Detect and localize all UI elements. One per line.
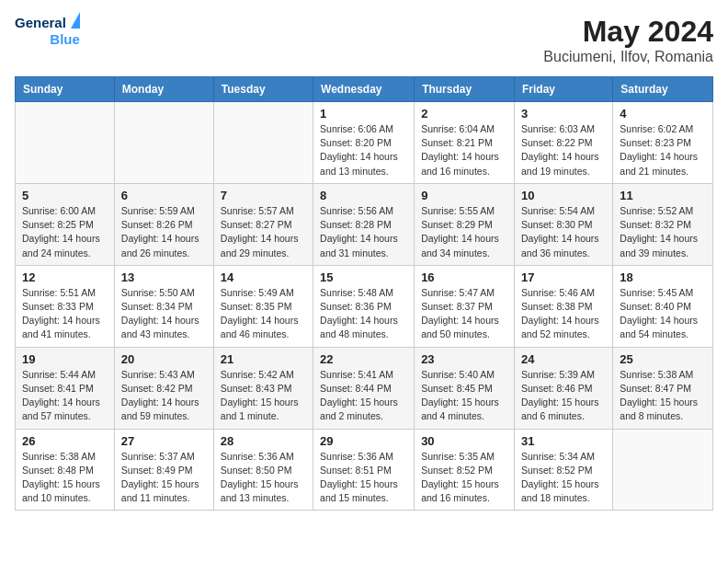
- calendar-cell: 13Sunrise: 5:50 AMSunset: 8:34 PMDayligh…: [114, 265, 213, 347]
- day-number: 8: [320, 189, 407, 202]
- weekday-header-thursday: Thursday: [415, 77, 515, 102]
- day-number: 21: [221, 352, 306, 366]
- day-number: 14: [221, 270, 306, 284]
- day-number: 13: [121, 270, 207, 284]
- day-detail: Sunrise: 5:39 AMSunset: 8:46 PMDaylight:…: [521, 368, 606, 424]
- day-detail: Sunrise: 6:00 AMSunset: 8:25 PMDaylight:…: [22, 204, 108, 260]
- calendar-cell: 25Sunrise: 5:38 AMSunset: 8:47 PMDayligh…: [613, 347, 713, 429]
- day-detail: Sunrise: 6:03 AMSunset: 8:22 PMDaylight:…: [521, 122, 606, 178]
- calendar-cell: 18Sunrise: 5:45 AMSunset: 8:40 PMDayligh…: [613, 265, 713, 347]
- day-detail: Sunrise: 5:38 AMSunset: 8:48 PMDaylight:…: [22, 450, 108, 506]
- calendar-week-row: 26Sunrise: 5:38 AMSunset: 8:48 PMDayligh…: [16, 429, 713, 511]
- day-number: 11: [620, 189, 706, 202]
- day-detail: Sunrise: 5:54 AMSunset: 8:30 PMDaylight:…: [521, 204, 606, 260]
- calendar-cell: 30Sunrise: 5:35 AMSunset: 8:52 PMDayligh…: [415, 429, 515, 511]
- day-detail: Sunrise: 5:48 AMSunset: 8:36 PMDaylight:…: [320, 286, 407, 342]
- calendar-header-row: SundayMondayTuesdayWednesdayThursdayFrid…: [16, 77, 713, 102]
- weekday-header-tuesday: Tuesday: [213, 77, 313, 102]
- day-number: 18: [620, 270, 706, 284]
- calendar-week-row: 1Sunrise: 6:06 AMSunset: 8:20 PMDaylight…: [16, 102, 713, 184]
- calendar-cell: 2Sunrise: 6:04 AMSunset: 8:21 PMDaylight…: [415, 102, 515, 184]
- day-detail: Sunrise: 5:42 AMSunset: 8:43 PMDaylight:…: [221, 368, 306, 424]
- calendar-table: SundayMondayTuesdayWednesdayThursdayFrid…: [15, 76, 713, 511]
- day-detail: Sunrise: 6:06 AMSunset: 8:20 PMDaylight:…: [320, 122, 407, 178]
- title-block: May 2024 Buciumeni, Ilfov, Romania: [543, 15, 713, 65]
- day-number: 10: [521, 189, 606, 202]
- calendar-cell: 31Sunrise: 5:34 AMSunset: 8:52 PMDayligh…: [514, 429, 612, 511]
- weekday-header-sunday: Sunday: [16, 77, 115, 102]
- calendar-cell: 20Sunrise: 5:43 AMSunset: 8:42 PMDayligh…: [114, 347, 213, 429]
- calendar-cell: 19Sunrise: 5:44 AMSunset: 8:41 PMDayligh…: [16, 347, 115, 429]
- calendar-cell: 28Sunrise: 5:36 AMSunset: 8:50 PMDayligh…: [213, 429, 313, 511]
- calendar-week-row: 5Sunrise: 6:00 AMSunset: 8:25 PMDaylight…: [16, 183, 713, 265]
- day-number: 22: [320, 352, 407, 366]
- day-number: 28: [221, 434, 306, 448]
- calendar-cell: 7Sunrise: 5:57 AMSunset: 8:27 PMDaylight…: [213, 183, 313, 265]
- weekday-header-monday: Monday: [114, 77, 213, 102]
- day-detail: Sunrise: 5:49 AMSunset: 8:35 PMDaylight:…: [221, 286, 306, 342]
- day-number: 23: [421, 352, 507, 366]
- day-number: 6: [121, 189, 207, 202]
- calendar-cell: 29Sunrise: 5:36 AMSunset: 8:51 PMDayligh…: [313, 429, 415, 511]
- weekday-header-saturday: Saturday: [613, 77, 713, 102]
- calendar-week-row: 12Sunrise: 5:51 AMSunset: 8:33 PMDayligh…: [16, 265, 713, 347]
- day-number: 31: [521, 434, 606, 448]
- calendar-cell: [114, 102, 213, 184]
- day-number: 12: [22, 270, 108, 284]
- calendar-cell: 26Sunrise: 5:38 AMSunset: 8:48 PMDayligh…: [16, 429, 115, 511]
- calendar-cell: 14Sunrise: 5:49 AMSunset: 8:35 PMDayligh…: [213, 265, 313, 347]
- logo: General Blue: [15, 15, 80, 48]
- day-number: 25: [620, 352, 706, 366]
- calendar-week-row: 19Sunrise: 5:44 AMSunset: 8:41 PMDayligh…: [16, 347, 713, 429]
- day-number: 30: [421, 434, 507, 448]
- day-detail: Sunrise: 5:45 AMSunset: 8:40 PMDaylight:…: [620, 286, 706, 342]
- day-number: 7: [221, 189, 306, 202]
- day-detail: Sunrise: 5:46 AMSunset: 8:38 PMDaylight:…: [521, 286, 606, 342]
- day-number: 3: [521, 107, 606, 121]
- day-number: 24: [521, 352, 606, 366]
- day-number: 27: [121, 434, 207, 448]
- weekday-header-friday: Friday: [514, 77, 612, 102]
- day-detail: Sunrise: 5:35 AMSunset: 8:52 PMDaylight:…: [421, 450, 507, 506]
- calendar-cell: 11Sunrise: 5:52 AMSunset: 8:32 PMDayligh…: [613, 183, 713, 265]
- calendar-cell: 5Sunrise: 6:00 AMSunset: 8:25 PMDaylight…: [16, 183, 115, 265]
- day-detail: Sunrise: 5:44 AMSunset: 8:41 PMDaylight:…: [22, 368, 108, 424]
- page-header: General Blue May 2024 Buciumeni, Ilfov, …: [15, 15, 713, 65]
- day-detail: Sunrise: 5:59 AMSunset: 8:26 PMDaylight:…: [121, 204, 207, 260]
- day-number: 15: [320, 270, 407, 284]
- calendar-cell: 4Sunrise: 6:02 AMSunset: 8:23 PMDaylight…: [613, 102, 713, 184]
- day-detail: Sunrise: 5:36 AMSunset: 8:51 PMDaylight:…: [320, 450, 407, 506]
- calendar-cell: 23Sunrise: 5:40 AMSunset: 8:45 PMDayligh…: [415, 347, 515, 429]
- day-detail: Sunrise: 5:38 AMSunset: 8:47 PMDaylight:…: [620, 368, 706, 424]
- day-detail: Sunrise: 5:37 AMSunset: 8:49 PMDaylight:…: [121, 450, 207, 506]
- day-number: 1: [320, 107, 407, 121]
- day-number: 26: [22, 434, 108, 448]
- day-detail: Sunrise: 5:34 AMSunset: 8:52 PMDaylight:…: [521, 450, 606, 506]
- day-detail: Sunrise: 5:50 AMSunset: 8:34 PMDaylight:…: [121, 286, 207, 342]
- day-detail: Sunrise: 5:41 AMSunset: 8:44 PMDaylight:…: [320, 368, 407, 424]
- calendar-subtitle: Buciumeni, Ilfov, Romania: [543, 49, 713, 65]
- calendar-cell: 27Sunrise: 5:37 AMSunset: 8:49 PMDayligh…: [114, 429, 213, 511]
- calendar-cell: 10Sunrise: 5:54 AMSunset: 8:30 PMDayligh…: [514, 183, 612, 265]
- calendar-cell: 16Sunrise: 5:47 AMSunset: 8:37 PMDayligh…: [415, 265, 515, 347]
- day-detail: Sunrise: 5:55 AMSunset: 8:29 PMDaylight:…: [421, 204, 507, 260]
- calendar-cell: [213, 102, 313, 184]
- day-number: 16: [421, 270, 507, 284]
- calendar-cell: 6Sunrise: 5:59 AMSunset: 8:26 PMDaylight…: [114, 183, 213, 265]
- day-detail: Sunrise: 5:36 AMSunset: 8:50 PMDaylight:…: [221, 450, 306, 506]
- day-number: 19: [22, 352, 108, 366]
- day-detail: Sunrise: 5:43 AMSunset: 8:42 PMDaylight:…: [121, 368, 207, 424]
- day-detail: Sunrise: 5:52 AMSunset: 8:32 PMDaylight:…: [620, 204, 706, 260]
- calendar-cell: 8Sunrise: 5:56 AMSunset: 8:28 PMDaylight…: [313, 183, 415, 265]
- calendar-cell: 17Sunrise: 5:46 AMSunset: 8:38 PMDayligh…: [514, 265, 612, 347]
- logo-text-general: General: [15, 15, 66, 31]
- calendar-cell: [16, 102, 115, 184]
- calendar-cell: 1Sunrise: 6:06 AMSunset: 8:20 PMDaylight…: [313, 102, 415, 184]
- calendar-cell: 3Sunrise: 6:03 AMSunset: 8:22 PMDaylight…: [514, 102, 612, 184]
- day-number: 29: [320, 434, 407, 448]
- calendar-cell: 21Sunrise: 5:42 AMSunset: 8:43 PMDayligh…: [213, 347, 313, 429]
- day-number: 17: [521, 270, 606, 284]
- day-number: 2: [421, 107, 507, 121]
- day-number: 20: [121, 352, 207, 366]
- calendar-cell: 22Sunrise: 5:41 AMSunset: 8:44 PMDayligh…: [313, 347, 415, 429]
